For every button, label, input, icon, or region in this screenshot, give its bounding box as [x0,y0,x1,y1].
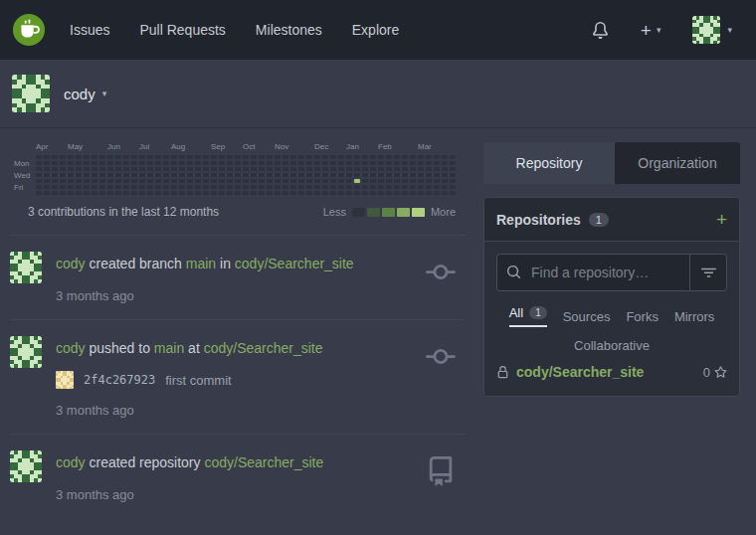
heatmap-cell [44,179,50,183]
heatmap-cell [298,155,304,159]
heatmap-cell [99,155,105,159]
filter-forks[interactable]: Forks [626,309,659,324]
actor-link[interactable]: cody [56,256,86,271]
nav-milestones[interactable]: Milestones [256,22,322,38]
branch-link[interactable]: main [154,340,184,356]
heatmap-cell [219,155,225,159]
heatmap-cell [386,155,392,159]
heatmap-cell [283,161,288,165]
heatmap-cell [450,155,456,159]
filter-sources[interactable]: Sources [563,309,611,324]
avatar[interactable] [10,252,42,283]
heatmap-cell [123,161,129,165]
heatmap-cell [362,155,368,159]
repo-link[interactable]: cody/Searcher_site [204,340,323,356]
heatmap-cell [450,191,456,195]
action-text: created repository [89,454,200,470]
gitea-logo-icon[interactable] [12,13,46,47]
heatmap-cell [259,185,265,189]
heatmap-cell [227,161,233,165]
heatmap-cell [434,191,440,195]
commit-sha-link[interactable]: 2f4c267923 [84,373,155,387]
nav-pull-requests[interactable]: Pull Requests [139,22,225,38]
heatmap-cell [346,191,352,195]
contributions-summary: 3 contributions in the last 12 months [28,205,219,219]
heatmap-cell [306,191,312,195]
heatmap-cell [243,191,249,195]
heatmap-cell [290,173,296,177]
heatmap-cell [203,173,209,177]
heatmap-cell [179,167,185,171]
heatmap-cell [76,185,82,189]
repositories-panel: Repositories 1 + All [483,197,740,397]
repo-filter-button[interactable] [689,254,727,291]
heatmap-cell [123,191,129,195]
repo-list-item[interactable]: cody/Searcher_site 0 [496,364,727,380]
month-label: Mar [418,142,432,151]
heatmap-cell [219,191,225,195]
heatmap-cell [434,173,440,177]
heatmap-cell [426,179,432,183]
repo-star-count[interactable]: 0 [703,365,727,380]
heatmap-cell [36,173,42,177]
heatmap-cell [426,161,432,165]
tab-organization[interactable]: Organization [615,142,740,184]
create-new-menu[interactable]: + ▾ [641,21,662,40]
filter-mirrors[interactable]: Mirrors [674,309,714,324]
heatmap-cell [147,179,153,183]
dashboard-content: AprMayJunJulAugSepOctNovDecJanFebMar Mon… [0,128,756,518]
new-repository-button[interactable]: + [716,210,727,229]
feed-text: cody pushed to main at cody/Searcher_sit… [56,336,412,359]
heatmap-cell [418,179,424,183]
heatmap-cell [354,191,360,195]
heatmap-cell [219,185,225,189]
heatmap-cell [370,161,376,165]
heatmap-cell [346,161,352,165]
filter-icon [701,266,716,280]
heatmap-cell [187,179,193,183]
heatmap-cell [402,185,408,189]
heatmap-cell [370,191,376,195]
heatmap-cell [52,167,58,171]
repo-search-input[interactable] [496,254,689,291]
heatmap-cell [354,167,360,171]
nav-issues[interactable]: Issues [70,22,109,38]
filter-collaborative[interactable]: Collaborative [574,338,650,353]
heatmap-cell [171,167,177,171]
notifications-bell-icon[interactable] [592,22,609,39]
branch-link[interactable]: main [186,256,216,271]
heatmap-cell [36,191,42,195]
heatmap-cell [243,179,249,183]
repo-link[interactable]: cody/Searcher_site [235,256,354,271]
heatmap-cell [251,179,257,183]
heatmap-cell [92,173,97,177]
heatmap-cell [52,191,58,195]
heatmap-cell [418,161,424,165]
heatmap-cell [354,161,360,165]
filter-all[interactable]: All 1 [509,305,547,327]
preposition-text: at [188,340,200,356]
repo-link[interactable]: cody/Searcher_site [204,454,323,470]
heatmap-cell [60,155,66,159]
avatar[interactable] [10,450,42,482]
heatmap-cell [52,155,58,159]
heatmap-cell [179,155,185,159]
user-switcher[interactable]: cody ▾ [64,86,106,102]
heatmap-cell [267,155,273,159]
heatmap-cell [426,185,432,189]
heatmap-cell [235,185,241,189]
tab-repository[interactable]: Repository [483,142,615,184]
heatmap-cell [283,155,288,159]
profile-avatar[interactable] [12,75,50,112]
heatmap-cell [99,191,105,195]
user-menu[interactable]: ▾ [692,16,732,44]
repo-link[interactable]: cody/Searcher_site [516,364,644,380]
heatmap-cell [171,155,177,159]
avatar[interactable] [10,336,42,368]
heatmap-cell [442,155,448,159]
actor-link[interactable]: cody [56,340,86,356]
heatmap-cell [187,155,193,159]
nav-explore[interactable]: Explore [352,22,399,38]
actor-link[interactable]: cody [56,454,86,470]
heatmap-cell [434,155,440,159]
